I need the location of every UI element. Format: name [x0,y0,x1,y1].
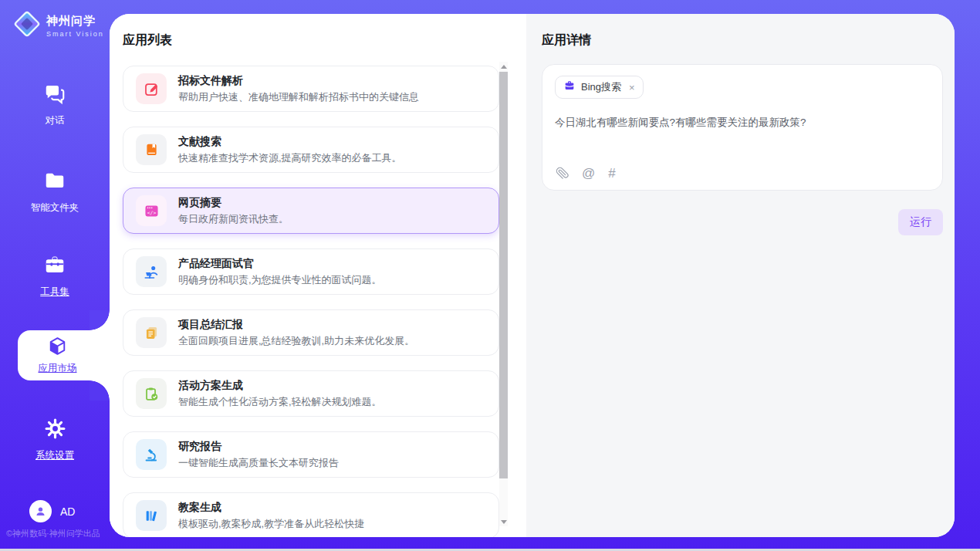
logo-subtitle: Smart Vision [46,30,104,38]
copyright-text: ©神州数码·神州问学出品 [6,528,100,539]
app-logo: 神州问学 Smart Vision [12,9,104,42]
avatar [29,500,52,522]
sidebar: 神州问学 Smart Vision 对话 智能文件夹 [0,0,110,551]
app-card-desc: 智能生成个性化活动方案,轻松解决规划难题。 [178,395,382,409]
pen-square-icon [136,73,167,104]
sidebar-item-label: 对话 [46,114,65,127]
app-card-pm-interviewer[interactable]: 产品经理面试官 明确身份和职责,为您提供专业性的面试问题。 [123,248,499,295]
app-card-desc: 模板驱动,教案秒成,教学准备从此轻松快捷 [178,517,364,531]
app-card-research-report[interactable]: 研究报告 一键智能生成高质量长文本研究报告 [123,431,499,478]
active-tab-fillet-bottom [90,380,110,401]
app-detail-title: 应用详情 [542,32,955,49]
app-card-title: 文献搜索 [178,135,402,149]
app-card-title: 网页摘要 [178,196,289,210]
composer-toolbar: @ # [556,167,616,180]
cube-icon [47,336,68,360]
sidebar-item-app-market[interactable]: 应用市场 [18,330,110,380]
sidebar-item-label: 工具集 [40,286,69,299]
app-list-title: 应用列表 [123,32,526,49]
sidebar-item-label: 应用市场 [39,362,77,375]
logo-diamond-icon [12,9,42,42]
sidebar-item-label: 智能文件夹 [31,201,79,215]
interviewer-icon [136,256,167,287]
briefcase-icon [563,79,576,95]
app-card-desc: 一键智能生成高质量长文本研究报告 [178,456,339,470]
app-list-scrollbar[interactable] [499,62,508,526]
books-icon [136,500,167,531]
documents-icon [136,317,167,348]
app-list-panel: 应用列表 招标文件解析 帮助用户快速、准确地理解和解析招标书中的关键信息 [110,14,526,537]
toolbox-icon [43,253,66,279]
app-card-title: 研究报告 [178,440,339,454]
app-card-title: 项目总结汇报 [178,318,414,332]
sidebar-item-toolset[interactable]: 工具集 [0,253,110,299]
composer-card: Bing搜索 × 今日湖北有哪些新闻要点?有哪些需要关注的最新政策? @ # [542,64,943,191]
folder-icon [43,169,66,195]
app-card-desc: 全面回顾项目进展,总结经验教训,助力未来优化发展。 [178,334,414,348]
app-card-title: 活动方案生成 [178,379,382,393]
attachment-icon[interactable] [556,167,569,180]
tool-tag-bing-search[interactable]: Bing搜索 × [555,76,644,99]
app-card-desc: 快速精准查找学术资源,提高研究效率的必备工具。 [178,151,402,165]
sidebar-item-settings[interactable]: 系统设置 [0,417,110,462]
gear-icon [44,417,66,443]
book-icon [136,134,167,165]
app-card-desc: 帮助用户快速、准确地理解和解析招标书中的关键信息 [178,90,419,104]
app-card-desc: 每日政府新闻资讯快查。 [178,212,289,226]
run-row: 运行 [542,209,943,235]
user-badge[interactable]: AD [29,500,75,522]
tool-tag-label: Bing搜索 [581,80,621,94]
sidebar-item-smart-folder[interactable]: 智能文件夹 [0,169,110,215]
app-card-web-summary[interactable]: </> 网页摘要 每日政府新闻资讯快查。 [123,188,499,234]
main-content: 应用列表 招标文件解析 帮助用户快速、准确地理解和解析招标书中的关键信息 [110,14,955,537]
scroll-down-icon[interactable] [499,517,508,526]
app-card-list: 招标文件解析 帮助用户快速、准确地理解和解析招标书中的关键信息 文献搜索 快速精… [123,66,499,537]
app-card-literature-search[interactable]: 文献搜索 快速精准查找学术资源,提高研究效率的必备工具。 [123,127,499,173]
sidebar-item-chat[interactable]: 对话 [0,82,110,127]
user-name: AD [60,505,75,518]
run-button[interactable]: 运行 [898,209,943,235]
app-card-event-plan[interactable]: 活动方案生成 智能生成个性化活动方案,轻松解决规划难题。 [123,370,499,417]
scrollbar-thumb[interactable] [499,72,508,478]
app-card-title: 产品经理面试官 [178,257,382,271]
logo-title: 神州问学 [46,14,104,29]
close-icon[interactable]: × [629,83,635,93]
query-input[interactable]: 今日湖北有哪些新闻要点?有哪些需要关注的最新政策? [555,116,930,130]
microscope-icon [136,439,167,470]
sidebar-item-label: 系统设置 [35,449,74,462]
active-tab-fillet-top [90,310,110,330]
app-card-lesson-plan[interactable]: 教案生成 模板驱动,教案秒成,教学准备从此轻松快捷 [123,492,499,537]
app-card-title: 招标文件解析 [178,74,419,88]
svg-text:</>: </> [147,210,156,215]
mention-icon[interactable]: @ [582,167,595,180]
clipboard-check-icon [136,378,167,409]
hash-icon[interactable]: # [608,167,615,180]
app-detail-panel: 应用详情 Bing搜索 × 今日湖北有哪些新闻要点?有哪些需要关注的最新政策? [526,14,955,537]
scroll-up-icon[interactable] [499,62,508,71]
chat-icon [43,82,66,108]
app-card-desc: 明确身份和职责,为您提供专业性的面试问题。 [178,273,382,287]
app-card-project-summary[interactable]: 项目总结汇报 全面回顾项目进展,总结经验教训,助力未来优化发展。 [123,309,499,356]
app-card-bid-parse[interactable]: 招标文件解析 帮助用户快速、准确地理解和解析招标书中的关键信息 [123,66,499,112]
app-card-title: 教案生成 [178,501,364,515]
browser-code-icon: </> [136,195,167,226]
